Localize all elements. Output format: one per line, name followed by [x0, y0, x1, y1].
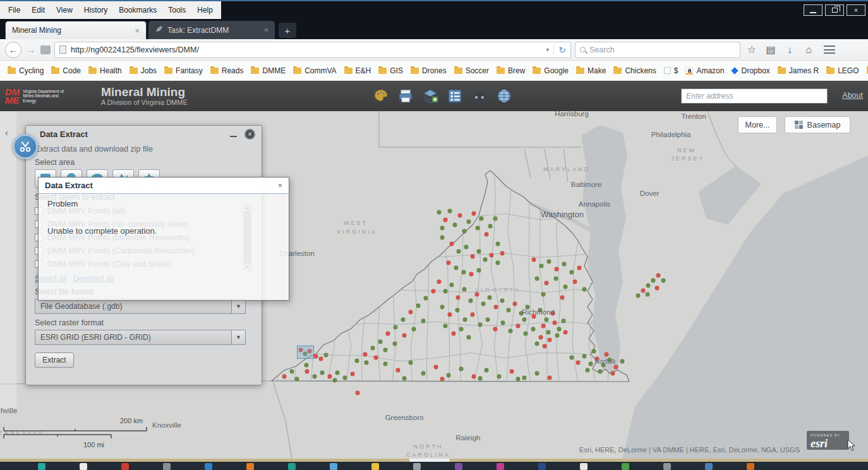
mrv-point-red[interactable] — [605, 352, 609, 357]
menu-history[interactable]: History — [78, 1, 113, 19]
mrv-point-red[interactable] — [437, 280, 442, 284]
mrv-point-green[interactable] — [383, 348, 388, 352]
url-text[interactable]: http://ng00224125/flexviewers/DMM/ — [71, 45, 541, 54]
mrv-point-red[interactable] — [443, 218, 448, 222]
bookmark--[interactable]: $ — [660, 64, 682, 77]
url-bar[interactable]: http://ng00224125/flexviewers/DMM/ ▾ ↻ — [54, 42, 571, 58]
mrv-point-red[interactable] — [386, 332, 390, 336]
mrv-point-green[interactable] — [486, 318, 490, 322]
windows-taskbar[interactable] — [0, 459, 868, 470]
mrv-point-green[interactable] — [440, 236, 445, 240]
mrv-point-red[interactable] — [356, 391, 360, 395]
palette-tool-icon[interactable] — [371, 87, 390, 105]
mrv-point-green[interactable] — [394, 325, 398, 330]
taskbar-app-icon[interactable] — [121, 463, 129, 470]
mrv-point-green[interactable] — [488, 224, 493, 229]
mrv-point-red[interactable] — [282, 375, 287, 379]
mrv-point-green[interactable] — [290, 370, 294, 374]
mrv-point-red[interactable] — [611, 371, 615, 376]
menu-help[interactable]: Help — [191, 1, 219, 19]
mrv-point-green[interactable] — [333, 378, 337, 383]
mrv-point-green[interactable] — [554, 277, 558, 281]
mrv-point-green[interactable] — [462, 287, 467, 292]
mrv-point-red[interactable] — [494, 305, 498, 310]
mrv-point-red[interactable] — [409, 310, 413, 315]
mrv-point-green[interactable] — [557, 327, 562, 332]
mrv-point-red[interactable] — [374, 356, 378, 360]
mrv-point-green[interactable] — [335, 371, 340, 375]
mrv-point-green[interactable] — [526, 305, 530, 310]
mrv-point-green[interactable] — [646, 284, 651, 288]
mrv-point-green[interactable] — [462, 229, 467, 234]
printer-tool-icon[interactable] — [396, 87, 415, 105]
mrv-point-green[interactable] — [547, 260, 552, 264]
mrv-point-green[interactable] — [478, 323, 483, 327]
mrv-point-green[interactable] — [524, 332, 528, 336]
restore-button[interactable] — [825, 4, 844, 16]
mrv-point-red[interactable] — [448, 313, 452, 317]
mrv-point-green[interactable] — [541, 292, 546, 297]
mrv-point-green[interactable] — [519, 311, 524, 316]
mrv-point-red[interactable] — [469, 272, 474, 277]
mrv-point-red[interactable] — [447, 261, 451, 265]
mrv-point-green[interactable] — [467, 220, 471, 224]
mrv-point-red[interactable] — [471, 313, 475, 317]
mrv-point-red[interactable] — [532, 315, 536, 319]
bookmark-lego[interactable]: LEGO — [823, 64, 862, 77]
about-link[interactable]: About — [842, 91, 863, 100]
mrv-point-red[interactable] — [450, 242, 454, 246]
mrv-point-green[interactable] — [443, 289, 448, 294]
mrv-point-green[interactable] — [424, 296, 428, 301]
mrv-point-red[interactable] — [472, 212, 476, 216]
file-format-dropdown[interactable]: File Geodatabase (.gdb) ▼ — [35, 299, 246, 314]
menu-edit[interactable]: Edit — [26, 1, 51, 19]
bookmark-star-button[interactable]: ☆ — [744, 44, 759, 56]
mrv-point-red[interactable] — [548, 338, 552, 342]
mrv-point-green[interactable] — [538, 308, 543, 313]
mrv-point-red[interactable] — [551, 311, 555, 316]
mrv-point-green[interactable] — [393, 342, 397, 346]
forward-button[interactable]: → — [25, 45, 37, 55]
mrv-point-red[interactable] — [500, 251, 505, 256]
url-dropdown-icon[interactable]: ▾ — [546, 46, 549, 53]
mrv-point-green[interactable] — [564, 285, 568, 289]
mrv-point-green[interactable] — [509, 329, 513, 334]
mrv-point-green[interactable] — [535, 342, 539, 346]
mrv-point-green[interactable] — [488, 296, 492, 300]
menu-tools[interactable]: Tools — [162, 1, 191, 19]
mrv-point-green[interactable] — [448, 209, 452, 214]
mrv-point-green[interactable] — [459, 367, 464, 371]
mrv-point-green[interactable] — [440, 305, 445, 310]
mrv-point-red[interactable] — [541, 324, 546, 328]
mrv-point-red[interactable] — [516, 324, 521, 328]
mrv-point-red[interactable] — [548, 376, 552, 380]
menu-file[interactable]: File — [3, 1, 26, 19]
taskbar-app-icon[interactable] — [288, 463, 296, 470]
mrv-point-red[interactable] — [434, 365, 438, 370]
mrv-point-green[interactable] — [365, 361, 369, 365]
mrv-point-green[interactable] — [412, 327, 416, 332]
mrv-point-green[interactable] — [485, 368, 489, 373]
collapse-chevron-icon[interactable]: ‹ — [5, 128, 8, 138]
mrv-point-green[interactable] — [570, 356, 574, 360]
mrv-point-red[interactable] — [493, 327, 498, 332]
mrv-point-red[interactable] — [475, 292, 479, 297]
mrv-point-red[interactable] — [560, 296, 565, 300]
panel-close-button[interactable]: × — [244, 129, 255, 140]
bookmark-james-r[interactable]: James R — [774, 64, 823, 77]
extract-button[interactable]: Extract — [35, 352, 74, 368]
legend-tool-icon[interactable] — [445, 87, 464, 105]
tab-mineral-mining[interactable]: Mineral Mining × — [5, 21, 147, 39]
map-canvas[interactable]: HarrisburgTrentonPhiladelphiaNEWJERSEYMA… — [0, 111, 868, 459]
hamburger-menu-button[interactable] — [824, 45, 835, 54]
tab-task-extractdmm[interactable]: Task: ExtractDMM × — [148, 21, 275, 39]
mrv-point-green[interactable] — [324, 353, 329, 358]
mrv-point-green[interactable] — [598, 370, 603, 374]
mrv-point-red[interactable] — [396, 368, 401, 373]
mrv-point-green[interactable] — [320, 371, 325, 375]
mrv-point-green[interactable] — [546, 330, 551, 335]
mrv-point-green[interactable] — [401, 318, 406, 322]
mrv-point-green[interactable] — [481, 302, 486, 306]
mrv-point-red[interactable] — [577, 266, 582, 270]
mrv-point-green[interactable] — [402, 377, 407, 381]
